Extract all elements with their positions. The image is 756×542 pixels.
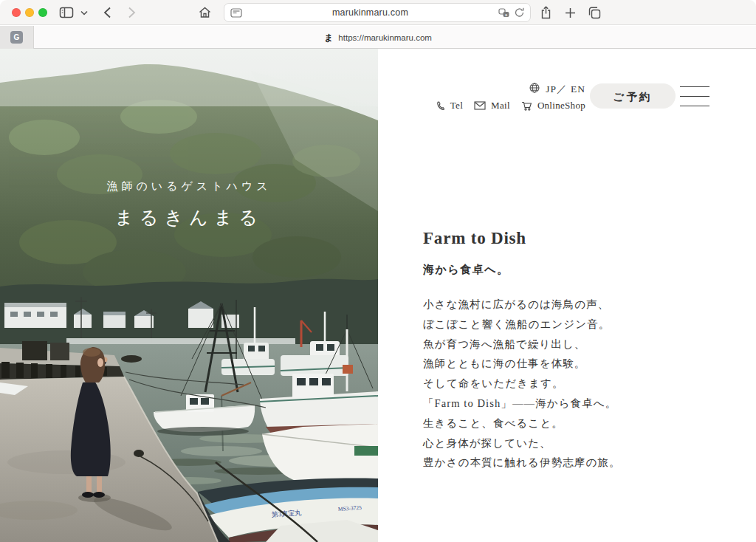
tab-overview-icon[interactable]: [586, 5, 602, 20]
paragraph-line: 心と身体が探していた、: [423, 433, 621, 453]
phone-icon: [436, 101, 445, 111]
chevron-down-icon[interactable]: [79, 5, 89, 20]
hamburger-line: [680, 106, 709, 106]
web-page: 第3真宝丸 MS3-3725: [0, 49, 756, 542]
shopping-cart-icon: [521, 100, 532, 111]
active-tab[interactable]: ま https://marukinmaru.com: [0, 26, 756, 49]
new-tab-icon[interactable]: [562, 5, 578, 20]
section-heading: Farm to Dish: [423, 229, 526, 248]
share-icon[interactable]: [537, 5, 554, 20]
minimize-window-button[interactable]: [25, 8, 34, 17]
page-settings-icon[interactable]: [230, 8, 242, 18]
paragraph-line: 小さな漁村に広がるのは海鳥の声、: [423, 295, 621, 315]
url-bar[interactable]: marukinmaru.com a: [224, 3, 531, 22]
hamburger-line: [680, 96, 709, 97]
hamburger-line: [680, 86, 709, 87]
language-label: JP／ EN: [546, 83, 585, 96]
mail-envelope-icon: [474, 101, 486, 110]
globe-icon: [529, 83, 540, 96]
tab-favicon: ま: [324, 33, 333, 42]
pinned-tab-favicon: G: [10, 31, 23, 44]
tab-bar: ま https://marukinmaru.com G: [0, 26, 756, 49]
paragraph-line: 生きること、食べること。: [423, 414, 621, 433]
paragraph-line: 「Farm to Dish」——海から食卓へ。: [423, 394, 621, 414]
tab-url-label: https://marukinmaru.com: [338, 33, 432, 42]
hero-tagline: 漁師のいるゲストハウス: [0, 179, 378, 193]
online-shop-link[interactable]: OnlineShop: [537, 100, 585, 112]
back-button[interactable]: [99, 5, 115, 20]
site-title: まるきんまる: [0, 205, 378, 230]
contact-nav: Tel Mail OnlineShop: [436, 100, 585, 112]
url-text[interactable]: marukinmaru.com: [242, 7, 498, 18]
tel-link[interactable]: Tel: [450, 100, 463, 112]
hero-photo: 第3真宝丸 MS3-3725: [0, 49, 378, 542]
section-paragraph: 小さな漁村に広がるのは海鳥の声、 ぼこぼこと響く漁船のエンジン音。 魚が育つ海へ…: [423, 295, 621, 473]
page-right-column: JP／ EN Tel Mail: [378, 49, 756, 542]
sidebar-toggle-icon[interactable]: [58, 5, 75, 20]
hamburger-menu-button[interactable]: [680, 86, 709, 106]
home-icon[interactable]: [196, 5, 213, 20]
section-subheading: 海から食卓へ。: [423, 263, 509, 277]
browser-window: marukinmaru.com a: [0, 0, 756, 542]
paragraph-line: 魚が育つ海へ漁船で繰り出し、: [423, 335, 621, 354]
pinned-tab[interactable]: G: [0, 26, 34, 49]
language-switcher[interactable]: JP／ EN: [529, 83, 585, 96]
translate-icon[interactable]: a: [498, 8, 509, 18]
forward-button[interactable]: [123, 5, 140, 20]
paragraph-line: そして命をいただきます。: [423, 374, 621, 394]
paragraph-line: ぼこぼこと響く漁船のエンジン音。: [423, 315, 621, 335]
paragraph-line: 豊かさの本質に触れる伊勢志摩の旅。: [423, 453, 621, 473]
maximize-window-button[interactable]: [38, 8, 47, 17]
close-window-button[interactable]: [12, 8, 21, 17]
reload-icon[interactable]: [515, 7, 524, 18]
reserve-button[interactable]: ご予約: [590, 83, 676, 109]
mail-link[interactable]: Mail: [491, 100, 510, 112]
harbor-photo-illustration: 第3真宝丸 MS3-3725: [0, 49, 378, 542]
browser-toolbar: marukinmaru.com a: [0, 0, 756, 25]
paragraph-line: 漁師とともに海の仕事を体験。: [423, 354, 621, 374]
